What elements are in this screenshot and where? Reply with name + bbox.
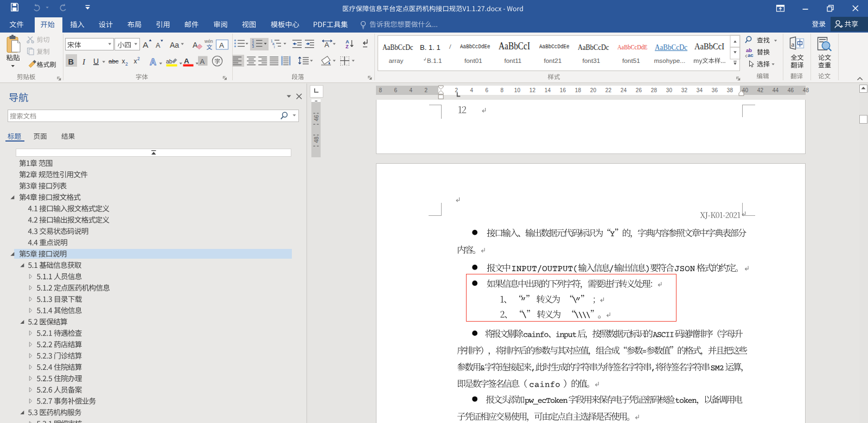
svg-text:3: 3	[252, 44, 254, 48]
svg-text:abc: abc	[108, 58, 119, 65]
svg-text:B: B	[68, 57, 74, 66]
svg-text:U: U	[93, 57, 99, 66]
svg-text:A: A	[184, 57, 189, 65]
svg-text:a: a	[792, 40, 795, 48]
svg-text:A: A	[143, 40, 149, 49]
svg-text:A: A	[200, 57, 205, 66]
svg-text:A: A	[150, 57, 156, 67]
svg-text:ac: ac	[748, 52, 754, 58]
svg-text:i: i	[274, 45, 275, 49]
svg-text:48: 48	[313, 137, 320, 143]
svg-text:Z: Z	[346, 44, 349, 49]
svg-text:I: I	[82, 57, 86, 66]
svg-text:Aa: Aa	[170, 41, 179, 49]
svg-text:A: A	[324, 41, 329, 49]
svg-text:ab: ab	[166, 58, 173, 65]
svg-text:2: 2	[137, 56, 140, 61]
svg-text:x: x	[122, 57, 125, 65]
svg-text:x: x	[134, 57, 137, 65]
svg-text:A: A	[193, 41, 198, 49]
svg-text:2: 2	[125, 61, 128, 67]
svg-text:wén: wén	[204, 39, 213, 44]
svg-text:A: A	[156, 42, 161, 49]
svg-text:A: A	[219, 41, 224, 49]
svg-text:46: 46	[313, 115, 320, 121]
